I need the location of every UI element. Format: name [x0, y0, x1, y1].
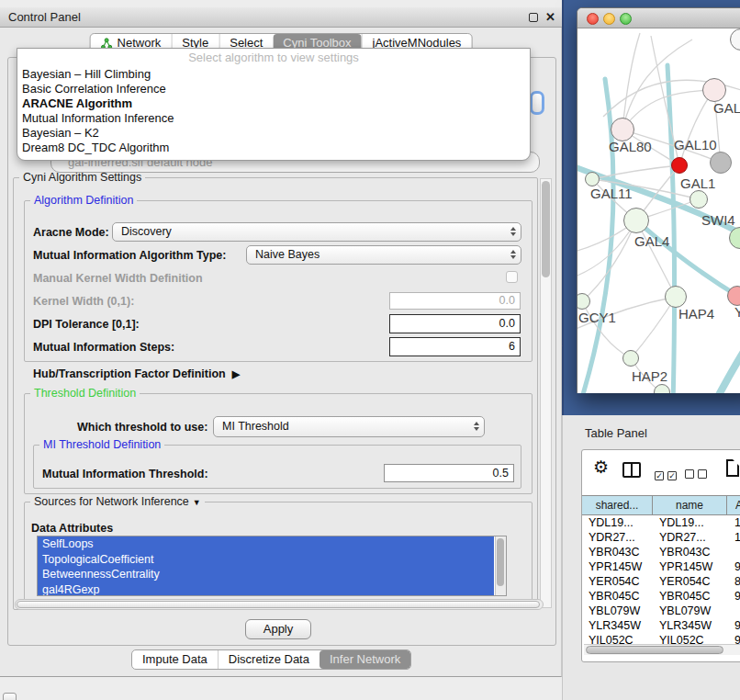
mi-threshold-field[interactable]: 0.5 [384, 464, 514, 482]
network-canvas[interactable]: GAL80GALGAL10GAL1GAL11SWI4GAL4GCY1HAP4YH… [577, 28, 740, 393]
table-panel-title: Table Panel [585, 426, 647, 440]
tab-infer-network-label: Infer Network [330, 650, 400, 669]
network-node[interactable] [730, 28, 740, 51]
network-window-titlebar[interactable] [577, 8, 740, 28]
scrollbar-thumb[interactable] [17, 601, 540, 608]
algorithm-option-mutual-information-inference[interactable]: Mutual Information Inference [17, 111, 530, 126]
export-table-icon[interactable] [726, 459, 739, 477]
algorithm-option-dream8-dc-tdc-algorithm[interactable]: Dream8 DC_TDC Algorithm [17, 141, 530, 155]
deselect-all-checkboxes-icon[interactable] [685, 466, 711, 482]
node-label: GAL80 [609, 139, 652, 154]
column-layout-icon[interactable] [622, 462, 641, 478]
network-node-gal4[interactable] [623, 208, 649, 233]
table-row[interactable]: YER054CYER054C8. [582, 574, 740, 589]
table-panel-region: Table Panel ⚙ shared...nameA YDL19...YDL… [562, 415, 740, 700]
network-node-gal1[interactable] [690, 190, 708, 209]
kernel-width-field: 0.0 [389, 292, 521, 310]
apply-button[interactable]: Apply [245, 619, 311, 639]
table-row[interactable]: YDR27...YDR27...12 [582, 530, 740, 545]
network-node-gal10[interactable] [710, 152, 732, 174]
aracne-mode-combo[interactable]: Discovery [112, 222, 521, 242]
settings-vertical-scrollbar[interactable] [540, 178, 552, 608]
network-node-gal11[interactable] [585, 172, 600, 186]
group-title: Algorithm Definition [30, 194, 137, 207]
minimize-window-button[interactable] [603, 13, 615, 25]
mi-algorithm-type-combo[interactable]: Naive Bayes [246, 245, 521, 265]
table-row[interactable]: YPR145WYPR145W9. [582, 559, 740, 574]
table-row[interactable]: YBR045CYBR045C9. [582, 589, 740, 604]
data-attribute-item-topologicalcoefficient[interactable]: TopologicalCoefficient [38, 552, 494, 568]
table-horizontal-scrollbar[interactable] [584, 644, 740, 655]
mi-threshold-label: Mutual Information Threshold: [42, 468, 208, 480]
float-window-icon[interactable] [529, 13, 538, 22]
table-cell: 9. [727, 589, 740, 604]
algorithm-option-bayesian-hill-climbing[interactable]: Bayesian – Hill Climbing [17, 67, 530, 82]
tab-impute-data[interactable]: Impute Data [132, 650, 218, 669]
settings-gear-icon[interactable]: ⚙ [593, 458, 609, 477]
table-cell: YBR045C [582, 589, 653, 604]
data-attributes-label: Data Attributes [31, 522, 113, 535]
table-row[interactable]: YLR345WYLR345W9. [582, 618, 740, 633]
tab-discretize-data[interactable]: Discretize Data [218, 650, 320, 669]
algorithm-combo-placeholder[interactable]: Select algorithm to view settings [17, 49, 530, 67]
table-cell: YIL052C [582, 633, 653, 644]
column-header-3[interactable]: A [727, 496, 740, 514]
focused-control[interactable] [530, 91, 544, 115]
data-attribute-item-selfloops[interactable]: SelfLoops [38, 536, 494, 552]
data-attributes-list[interactable]: SelfLoopsTopologicalCoefficientBetweenne… [37, 536, 507, 596]
table-cell: YLR345W [582, 618, 653, 633]
table-cell [727, 545, 740, 559]
table-header: shared...nameA [582, 495, 740, 515]
network-node-gal[interactable] [702, 78, 726, 102]
algorithm-dropdown: Select algorithm to view settings Bayesi… [17, 48, 531, 161]
aracne-mode-value: Discovery [121, 225, 172, 238]
data-attribute-items: SelfLoopsTopologicalCoefficientBetweenne… [38, 536, 506, 596]
network-node-gcy1[interactable] [577, 293, 590, 310]
network-node-y[interactable] [727, 286, 740, 306]
settings-horizontal-scrollbar[interactable] [15, 599, 544, 610]
network-node-hap2[interactable] [622, 350, 639, 367]
dpi-tolerance-field[interactable]: 0.0 [389, 314, 521, 333]
table-row[interactable]: YIL052CYIL052C9. [582, 633, 740, 644]
tab-impute-data-label: Impute Data [142, 650, 207, 669]
network-window: GAL80GALGAL10GAL1GAL11SWI4GAL4GCY1HAP4YH… [577, 7, 740, 393]
table-cell: YPR145W [582, 559, 653, 574]
kernel-width-label: Kernel Width (0,1): [33, 295, 134, 308]
sources-title-label: Sources for Network Inference [34, 495, 189, 508]
group-title: Threshold Definition [30, 387, 140, 400]
table-cell: 8. [727, 574, 740, 589]
mi-steps-field[interactable]: 6 [389, 337, 521, 356]
select-all-checkboxes-icon[interactable] [655, 466, 680, 482]
zoom-window-button[interactable] [620, 13, 632, 25]
hub-definition-expander[interactable]: Hub/Transcription Factor Definition▶ [33, 367, 240, 380]
tab-infer-network[interactable]: Infer Network [320, 650, 410, 669]
scrollbar-thumb[interactable] [586, 646, 723, 654]
network-node[interactable] [671, 157, 688, 174]
sources-group-title[interactable]: Sources for Network Inference▼ [30, 495, 205, 508]
algorithm-option-bayesian-k2[interactable]: Bayesian – K2 [17, 126, 530, 141]
tab-discretize-data-label: Discretize Data [229, 650, 309, 669]
attributes-vertical-scrollbar[interactable] [495, 536, 506, 595]
table-cell: YIL052C [653, 633, 727, 644]
network-node-hap4[interactable] [665, 286, 687, 308]
table-row[interactable]: YDL19...YDL19...13 [582, 515, 740, 530]
algorithm-option-aracne-algorithm[interactable]: ARACNE Algorithm [17, 96, 530, 111]
data-attribute-item-gal4rgexp[interactable]: gal4RGexp [38, 582, 494, 597]
which-threshold-combo[interactable]: MI Threshold [213, 416, 485, 437]
control-panel-window: Control Panel ✕ NetworkStyleSelectCyni T… [0, 7, 562, 677]
table-row[interactable]: YBL079WYBL079W [582, 604, 740, 618]
table-row[interactable]: YBR043CYBR043C [582, 545, 740, 559]
table-cell: YBL079W [653, 604, 727, 618]
scrollbar-thumb[interactable] [497, 538, 504, 586]
close-panel-icon[interactable]: ✕ [545, 7, 555, 28]
table-cell: 13 [727, 515, 740, 530]
column-header-1[interactable]: shared... [582, 496, 653, 514]
network-node[interactable] [654, 384, 670, 393]
scrollbar-thumb[interactable] [542, 181, 550, 277]
network-node-swi4[interactable] [729, 227, 740, 249]
collapsed-panel-icon[interactable] [3, 693, 17, 700]
close-window-button[interactable] [587, 13, 599, 25]
data-attribute-item-betweennesscentrality[interactable]: BetweennessCentrality [38, 567, 494, 582]
algorithm-option-basic-correlation-inference[interactable]: Basic Correlation Inference [17, 82, 530, 96]
column-header-2[interactable]: name [653, 496, 727, 514]
